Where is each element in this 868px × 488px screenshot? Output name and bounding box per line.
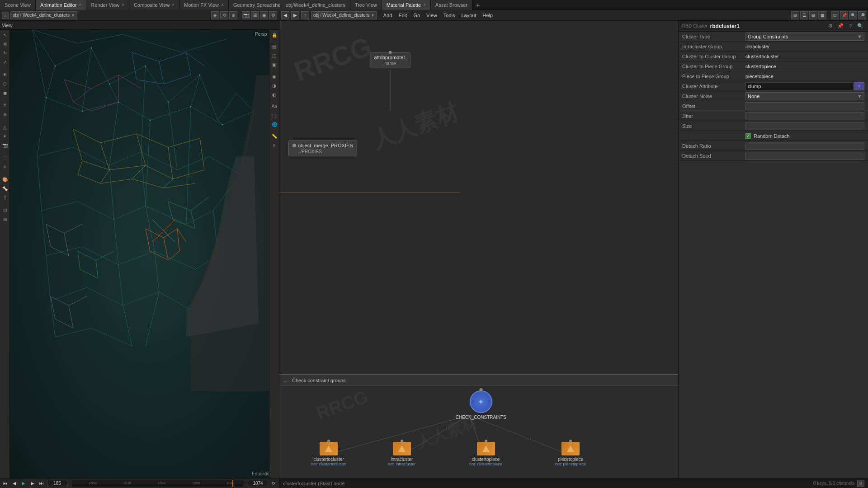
menu-tools[interactable]: Tools bbox=[441, 12, 458, 19]
view-label[interactable]: View bbox=[2, 23, 13, 28]
light-icon[interactable]: ☀ bbox=[1, 132, 9, 140]
bg-icon[interactable]: ▣ bbox=[270, 61, 278, 69]
tab-composite-view[interactable]: Composite View × bbox=[129, 0, 179, 10]
home-button[interactable]: ⌂ bbox=[2, 12, 9, 19]
close-render-view-icon[interactable]: × bbox=[122, 2, 124, 7]
intracluster-node[interactable]: intracluster not: intracluster bbox=[388, 442, 416, 466]
piecetopiece-node[interactable]: piecetopiece not: piecetopiece bbox=[555, 442, 586, 466]
wireframe-icon[interactable]: ⬡ bbox=[1, 80, 9, 88]
shade-icon[interactable]: ◑ bbox=[270, 81, 278, 89]
geo-icon[interactable]: △ bbox=[1, 123, 9, 131]
palette-icon[interactable]: 🎨 bbox=[1, 175, 9, 183]
tab-scene-view[interactable]: Scene View bbox=[0, 0, 36, 10]
detach-seed-input[interactable] bbox=[745, 152, 864, 160]
step-forward-button[interactable]: ▶ bbox=[29, 480, 36, 487]
size-input-1[interactable] bbox=[745, 122, 864, 130]
ref-icon[interactable]: ⬚ bbox=[270, 111, 278, 119]
grid-icon[interactable]: # bbox=[1, 101, 9, 109]
camera-button[interactable]: 📷 bbox=[242, 11, 250, 19]
forward-button[interactable]: ▶ bbox=[291, 11, 299, 19]
ruler2-icon[interactable]: ≡ bbox=[270, 141, 278, 149]
lock-icon[interactable]: 🔒 bbox=[270, 31, 278, 39]
bone-icon[interactable]: 🦴 bbox=[1, 184, 9, 192]
move-icon[interactable]: ✥ bbox=[1, 40, 9, 48]
rotate-icon[interactable]: ↻ bbox=[1, 49, 9, 57]
cluster-attribute-toggle[interactable]: ≡ bbox=[854, 82, 864, 90]
scale-icon[interactable]: ⤢ bbox=[1, 58, 9, 66]
node-graph-area[interactable]: RRCG 人人素材 attribpromote1 name object_mer… bbox=[279, 21, 678, 478]
dop-icon[interactable]: ⚛ bbox=[1, 163, 9, 171]
search-icon[interactable]: 🔎 bbox=[858, 11, 866, 19]
start-frame-input[interactable] bbox=[47, 480, 67, 487]
status-settings-button[interactable]: ⚙ bbox=[857, 480, 864, 487]
loop-button[interactable]: ⟳ bbox=[270, 480, 277, 487]
grid2-icon[interactable]: ▦ bbox=[818, 11, 826, 19]
tab-obj-week4[interactable]: obj/Week4_define_clusters bbox=[281, 0, 350, 10]
view-options-icon[interactable]: ▤ bbox=[270, 42, 278, 51]
select-icon[interactable]: ↖ bbox=[1, 31, 9, 39]
timeline-scrubber[interactable]: 1008 1028 1048 1068 1088 bbox=[71, 480, 244, 487]
close-material-palette-icon[interactable]: × bbox=[423, 2, 426, 7]
prop-gear-button[interactable]: ⚙ bbox=[826, 22, 835, 30]
pin2-icon[interactable]: 📌 bbox=[840, 11, 848, 19]
transform-button[interactable]: ⟲ bbox=[220, 11, 228, 19]
overlay-icon[interactable]: ◫ bbox=[270, 52, 278, 60]
origin-icon[interactable]: ⊕ bbox=[1, 110, 9, 118]
snap2-icon[interactable]: ⊞ bbox=[1, 215, 9, 223]
prop-help-button[interactable]: ? bbox=[846, 22, 854, 30]
snap3-icon[interactable]: ⊡ bbox=[831, 11, 839, 19]
prop-zoom-button[interactable]: 🔍 bbox=[856, 22, 864, 30]
table-icon[interactable]: ⊞ bbox=[791, 11, 799, 19]
tab-tree-view[interactable]: Tree View bbox=[350, 0, 382, 10]
settings-button[interactable]: ⚙ bbox=[269, 11, 277, 19]
tab-material-palette[interactable]: Material Palette × bbox=[382, 0, 431, 10]
go-to-start-button[interactable]: ⏮ bbox=[2, 480, 9, 487]
snap-button[interactable]: ◈ bbox=[211, 11, 219, 19]
play-button[interactable]: ▶ bbox=[20, 480, 27, 487]
detach-ratio-input[interactable] bbox=[745, 142, 864, 150]
viewport-canvas[interactable]: Persp No Cam Education Edition bbox=[10, 30, 279, 478]
current-frame-input[interactable] bbox=[248, 480, 268, 487]
tab-render-view[interactable]: Render View × bbox=[86, 0, 129, 10]
vis-icon[interactable]: ◉ bbox=[270, 72, 278, 80]
close-composite-view-icon[interactable]: × bbox=[172, 2, 175, 7]
offset-input-1[interactable] bbox=[745, 102, 864, 110]
obj-merge-proxies-node[interactable]: object_merge_PROXIES ../PROXIES bbox=[288, 141, 357, 156]
menu-layout[interactable]: Layout bbox=[458, 12, 479, 19]
pivot-button[interactable]: ⊕ bbox=[229, 11, 237, 19]
cluster-type-dropdown[interactable]: Group Constraints ▼ bbox=[745, 33, 864, 41]
menu-view[interactable]: View bbox=[424, 12, 440, 19]
random-detach-checkbox[interactable]: ✓ bbox=[745, 133, 751, 139]
right-path-dropdown[interactable]: obj / Week4_define_clusters ▼ bbox=[311, 11, 377, 19]
go-to-end-button[interactable]: ⏭ bbox=[38, 480, 45, 487]
path-dropdown-left[interactable]: obj / Week4_define_clusters ▼ bbox=[10, 11, 77, 19]
clustertocluster-node[interactable]: clustertocluster not: clustertocluster bbox=[311, 442, 346, 466]
handle-icon[interactable]: ⊡ bbox=[1, 206, 9, 214]
view-mode-icon[interactable]: 👁 bbox=[1, 70, 9, 79]
list-icon[interactable]: ☰ bbox=[800, 11, 808, 19]
menu-help[interactable]: Help bbox=[480, 12, 495, 19]
smooth-icon[interactable]: ◼ bbox=[1, 89, 9, 97]
close-animation-editor-icon[interactable]: × bbox=[79, 2, 82, 7]
add-tab-right-button[interactable]: + bbox=[472, 0, 483, 9]
step-back-button[interactable]: ◀ bbox=[11, 480, 18, 487]
env-icon[interactable]: 🌐 bbox=[270, 120, 278, 128]
cluster-noise-dropdown[interactable]: None ▼ bbox=[745, 92, 864, 100]
cam-icon[interactable]: 📷 bbox=[1, 141, 9, 149]
prop-pin-button[interactable]: 📌 bbox=[836, 22, 844, 30]
check-constraints-node[interactable]: ✦ CHECK_CONSTRAINTS bbox=[456, 390, 506, 420]
menu-edit[interactable]: Edit bbox=[396, 12, 410, 19]
tab-asset-browser[interactable]: Asset Browser bbox=[431, 0, 472, 10]
clustertopiece-node[interactable]: clustertopiece not: clustertopiece bbox=[469, 442, 502, 466]
tree-icon[interactable]: ⊟ bbox=[809, 11, 817, 19]
cluster-attribute-input[interactable] bbox=[745, 82, 854, 90]
pose-icon[interactable]: 🕴 bbox=[1, 193, 9, 202]
display-button[interactable]: 🖥 bbox=[251, 11, 259, 19]
tab-motion-fx[interactable]: Motion FX View × bbox=[179, 0, 229, 10]
aa-icon[interactable]: Aa bbox=[270, 102, 278, 110]
mat-icon[interactable]: ◐ bbox=[270, 90, 278, 99]
render-button[interactable]: ◉ bbox=[260, 11, 268, 19]
ruler-icon[interactable]: 📏 bbox=[270, 132, 278, 140]
particle-icon[interactable]: ⋮ bbox=[1, 154, 9, 162]
attrib-promote-node[interactable]: attribpromote1 name bbox=[370, 52, 410, 68]
